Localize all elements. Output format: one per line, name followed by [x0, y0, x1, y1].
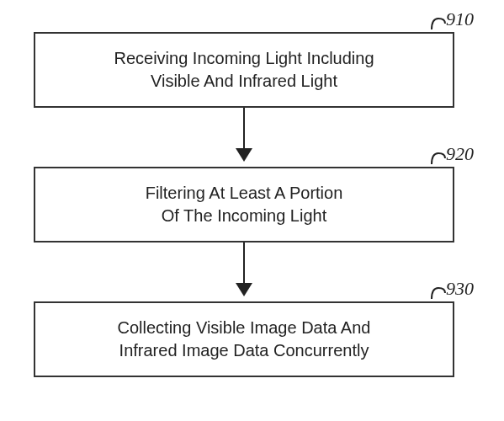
step-box-3: Collecting Visible Image Data And Infrar…	[34, 301, 454, 377]
arrow-1-shaft	[243, 108, 245, 150]
step-2-ref-hook	[431, 150, 446, 165]
step-1-line1: Receiving Incoming Light Including	[114, 47, 374, 70]
step-3-ref-label: 930	[446, 278, 474, 300]
flowchart-canvas: 910 Receiving Incoming Light Including V…	[0, 0, 504, 421]
step-box-1: Receiving Incoming Light Including Visib…	[34, 32, 454, 108]
step-1-ref-hook	[431, 15, 446, 30]
arrow-2-shaft	[243, 242, 245, 285]
step-3-line2: Infrared Image Data Concurrently	[119, 339, 369, 362]
step-box-2: Filtering At Least A Portion Of The Inco…	[34, 167, 454, 242]
arrow-1-head	[236, 148, 252, 162]
step-3-ref-hook	[431, 285, 446, 300]
step-1-ref-label: 910	[446, 8, 474, 30]
arrow-2-head	[236, 283, 252, 296]
step-2-line2: Of The Incoming Light	[162, 205, 326, 227]
step-2-ref-label: 920	[446, 143, 474, 165]
step-2-line1: Filtering At Least A Portion	[146, 182, 343, 205]
step-1-line2: Visible And Infrared Light	[151, 70, 337, 93]
step-3-line1: Collecting Visible Image Data And	[118, 317, 371, 339]
